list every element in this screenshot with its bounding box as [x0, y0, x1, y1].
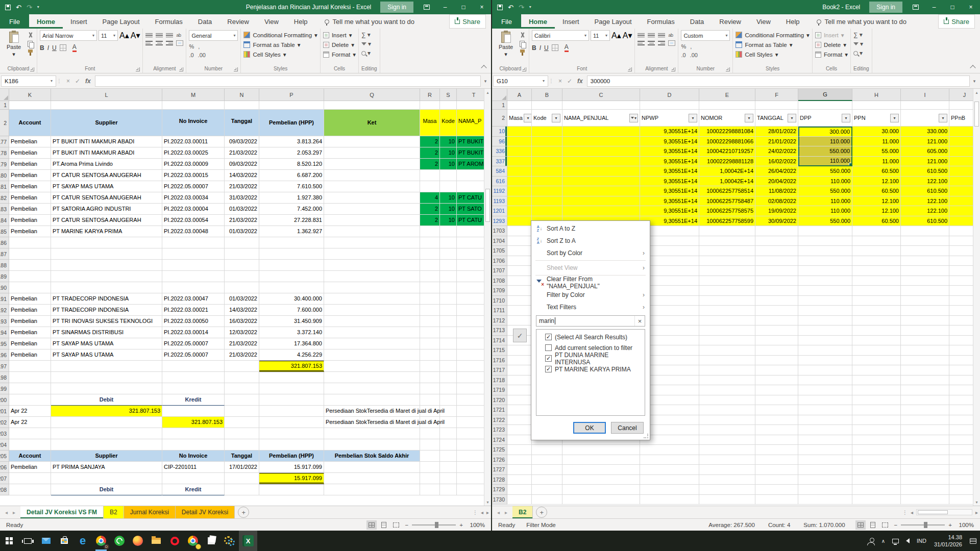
- delete-button[interactable]: Delete ▾: [323, 40, 356, 49]
- cell-C96[interactable]: [562, 137, 640, 147]
- cell-K208[interactable]: [9, 484, 51, 495]
- column-header-L[interactable]: L: [51, 89, 162, 101]
- column-header-H[interactable]: H: [852, 89, 901, 101]
- cell-L195[interactable]: PT SAYAP MAS UTAMA: [51, 338, 162, 349]
- cell-A1709[interactable]: [507, 286, 532, 296]
- cell-F1729[interactable]: [755, 485, 798, 495]
- cell-Q1[interactable]: [324, 101, 420, 110]
- cell-P206[interactable]: 15.917.099: [259, 462, 324, 473]
- cell-H584[interactable]: 60.500: [852, 166, 901, 177]
- bold-button[interactable]: B: [40, 44, 44, 52]
- cell-L180[interactable]: PT CATUR SENTOSA ANUGERAH: [51, 170, 162, 181]
- cell-P2[interactable]: Pembelian (HPP): [259, 110, 324, 136]
- cell-G1715[interactable]: [798, 345, 852, 356]
- column-header-N[interactable]: N: [225, 89, 259, 101]
- cell-L199[interactable]: [51, 383, 162, 394]
- cell-H1707[interactable]: [852, 266, 901, 276]
- cell-L178[interactable]: PT BUKIT INTI MAKMUR ABADI: [51, 147, 162, 159]
- row-header-181[interactable]: 181: [0, 181, 9, 192]
- ribbon-tab-view[interactable]: View: [749, 14, 778, 29]
- filter-dropdown-button-E[interactable]: ▾: [745, 114, 753, 122]
- cell-A10[interactable]: [507, 127, 532, 137]
- cell-F1710[interactable]: [755, 296, 798, 306]
- cell-F1708[interactable]: [755, 276, 798, 286]
- cell-Q208[interactable]: [324, 484, 420, 495]
- align-middle-icon[interactable]: [648, 33, 655, 38]
- cell-N199[interactable]: [225, 383, 259, 394]
- cell-M200[interactable]: Kredit: [162, 394, 225, 406]
- scroll-up-arrow[interactable]: ▴: [973, 89, 980, 96]
- cell-P205[interactable]: Pembelian (HPP): [259, 450, 324, 462]
- cell-N189[interactable]: [225, 271, 259, 282]
- cell-Q182[interactable]: [324, 192, 420, 204]
- cell-G1721[interactable]: [798, 405, 852, 415]
- scroll-down-arrow[interactable]: ▾: [484, 498, 491, 506]
- cell-K206[interactable]: Pembelian: [9, 462, 51, 473]
- cell-C1725[interactable]: [562, 445, 640, 455]
- percent-style-icon[interactable]: %: [189, 43, 194, 49]
- cell-P186[interactable]: [259, 237, 324, 248]
- view-normal-button[interactable]: [366, 520, 377, 530]
- filter-dropdown-button-F[interactable]: ▾: [788, 114, 796, 122]
- menu-item-clear-filter-from-nama-penjual[interactable]: ×Clear Filter From "NAMA_PENJUAL": [531, 277, 650, 289]
- cell-L203[interactable]: [51, 428, 162, 439]
- cell-L184[interactable]: PT CATUR SENTOSA ANUGERAH: [51, 215, 162, 226]
- row-header-203[interactable]: 203: [0, 428, 9, 439]
- cut-icon[interactable]: [519, 32, 526, 39]
- cell-E1712[interactable]: [699, 316, 755, 326]
- cell-S192[interactable]: [440, 305, 457, 316]
- cell-L206[interactable]: PT PRIMA SANJAYA: [51, 462, 162, 473]
- align-center-icon[interactable]: [156, 41, 163, 45]
- cell-I616[interactable]: 122.100: [901, 177, 949, 187]
- customize-qat-icon[interactable]: ▾: [529, 5, 531, 9]
- row-header-1704[interactable]: 1704: [492, 236, 507, 246]
- cell-B1725[interactable]: [532, 445, 562, 455]
- cell-N192[interactable]: 14/03/2022: [225, 305, 259, 316]
- italic-button[interactable]: I: [47, 44, 49, 52]
- cell-A1193[interactable]: [507, 196, 532, 207]
- row-header-192[interactable]: 192: [0, 305, 9, 316]
- column-header-E[interactable]: E: [699, 89, 755, 101]
- cell-I1720[interactable]: [901, 395, 949, 406]
- cell-P208[interactable]: [259, 484, 324, 495]
- ribbon-tab-file[interactable]: File: [0, 14, 29, 29]
- cell-I1703[interactable]: [901, 226, 949, 236]
- cell-H1714[interactable]: [852, 336, 901, 346]
- row-header-180[interactable]: 180: [0, 170, 9, 181]
- cell-R196[interactable]: [420, 349, 440, 361]
- cell-H1724[interactable]: [852, 435, 901, 445]
- cell-S198[interactable]: [440, 372, 457, 383]
- column-header-R[interactable]: R: [420, 89, 440, 101]
- cell-S203[interactable]: [440, 428, 457, 439]
- zoom-track[interactable]: [412, 524, 456, 525]
- cell-A1730[interactable]: [507, 495, 532, 505]
- cell-N184[interactable]: 21/03/2022: [225, 215, 259, 226]
- row-header-1703[interactable]: 1703: [492, 226, 507, 236]
- cell-P193[interactable]: 31.450.909: [259, 316, 324, 327]
- ribbon-tab-file[interactable]: File: [492, 14, 521, 29]
- scroll-down-arrow[interactable]: ▾: [973, 498, 980, 506]
- cell-C1193[interactable]: [562, 196, 640, 207]
- insert-function-icon[interactable]: fx: [577, 78, 583, 85]
- cell-Q189[interactable]: [324, 271, 420, 282]
- cell-F1724[interactable]: [755, 435, 798, 445]
- cell-F1723[interactable]: [755, 425, 798, 435]
- cell-C1201[interactable]: [562, 206, 640, 216]
- cell-Q179[interactable]: [324, 159, 420, 170]
- cell-M203[interactable]: [162, 428, 225, 439]
- cell-I1718[interactable]: [901, 375, 949, 386]
- row-header-1730[interactable]: 1730: [492, 495, 507, 505]
- filter-header-H[interactable]: PPN▾: [852, 110, 901, 127]
- cell-E1201[interactable]: 100062257758575: [699, 206, 755, 216]
- cell-L204[interactable]: [51, 439, 162, 450]
- row-header-1718[interactable]: 1718: [492, 375, 507, 386]
- cell-H1704[interactable]: [852, 236, 901, 246]
- cell-K180[interactable]: Pembelian: [9, 170, 51, 181]
- row-header-1713[interactable]: 1713: [492, 325, 507, 336]
- cell-F1719[interactable]: [755, 385, 798, 395]
- cell-A1728[interactable]: [507, 475, 532, 485]
- cell-A1729[interactable]: [507, 485, 532, 495]
- cell-R187[interactable]: [420, 248, 440, 260]
- cell-M205[interactable]: No Invoice: [162, 450, 225, 462]
- taskbar-icon-start[interactable]: [0, 531, 18, 551]
